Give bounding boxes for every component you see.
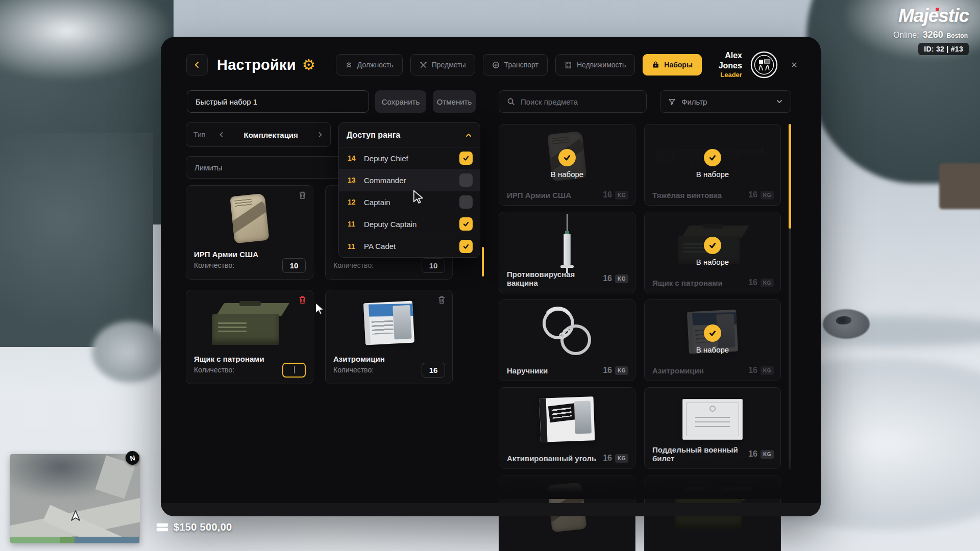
- catalog-item-card[interactable]: Активированный уголь 16KG: [499, 387, 635, 469]
- checkbox-checked[interactable]: [459, 240, 473, 253]
- item-weight: 16KG: [748, 278, 774, 287]
- back-button[interactable]: [186, 54, 208, 76]
- left-scrollbar-thumb[interactable]: [482, 247, 484, 277]
- check-circle-icon: [704, 149, 721, 166]
- user-name: Alex Jones: [702, 51, 742, 71]
- chevron-down-icon: [776, 98, 783, 105]
- briefcase-lock-icon: [652, 61, 659, 69]
- rank-option[interactable]: 11 Deputy Captain: [339, 213, 480, 235]
- player-arrow-icon: [69, 509, 82, 522]
- catalog-item-card[interactable]: Противовирусная вакцина 16KG: [499, 212, 635, 293]
- rank-icon: [345, 61, 353, 69]
- rank-option[interactable]: 11 PA Cadet: [339, 235, 480, 257]
- tab-estate[interactable]: Недвижимость: [555, 54, 635, 76]
- type-value: Комплектация: [225, 131, 317, 139]
- user-role: Leader: [702, 71, 742, 79]
- kit-item-card: Ящик с патронами Количество:: [186, 290, 313, 384]
- player-id-badge: ID: 32 | #13: [918, 43, 969, 55]
- kit-type-selector: Тип Комплектация: [186, 122, 331, 147]
- checkbox-checked[interactable]: [459, 152, 473, 165]
- in-set-badge: В наборе: [645, 237, 780, 266]
- close-button[interactable]: ✕: [787, 57, 801, 72]
- rank-option[interactable]: 14 Deputy Chief: [339, 147, 480, 169]
- money-display: $150 500,00: [156, 521, 232, 533]
- charcoal-box-graphic: [540, 396, 595, 442]
- syringe-graphic: [559, 214, 575, 274]
- chevron-right-icon: [317, 132, 323, 138]
- chevron-left-icon: [193, 61, 201, 68]
- kit-item-card: Азитромицин Количество: 16: [325, 290, 453, 384]
- rank-access-dropdown: Доступ ранга 14 Deputy Chief 13 Commande…: [338, 122, 480, 258]
- catalog-item-card[interactable]: В наборе Тяжёлая винтовка 16KG: [644, 124, 781, 206]
- in-set-badge: В наборе: [645, 149, 780, 179]
- handcuffs-graphic: [529, 303, 605, 360]
- in-set-badge: В наборе: [645, 324, 780, 354]
- tab-bar: Должность Предметы Транспорт Недвижимост…: [336, 54, 702, 76]
- item-image: [186, 191, 313, 246]
- checkbox-unchecked[interactable]: [459, 173, 473, 187]
- online-counter: Online:3260Boston: [893, 30, 968, 40]
- tab-rank[interactable]: Должность: [336, 54, 403, 76]
- rank-option[interactable]: 12 Captain: [339, 191, 480, 213]
- item-weight: 16KG: [603, 274, 628, 283]
- catalog-item-card[interactable]: Поддельный военный билет 16KG: [644, 387, 781, 469]
- catalog-item-card[interactable]: В наборе Азитромицин 16KG: [644, 299, 781, 381]
- cancel-button[interactable]: Отменить: [433, 90, 476, 113]
- status-bars: [10, 537, 139, 543]
- tab-kits[interactable]: Наборы: [643, 54, 702, 76]
- tab-transport[interactable]: Транспорт: [483, 54, 548, 76]
- type-label: Тип: [193, 131, 205, 139]
- item-weight: 16KG: [603, 366, 628, 375]
- item-search: [499, 90, 647, 113]
- kit-name-field-wrap: [187, 90, 369, 113]
- filter-dropdown[interactable]: Фильтр: [660, 90, 791, 113]
- armor-bar: [75, 537, 139, 543]
- checkbox-checked[interactable]: [459, 217, 473, 231]
- quantity-input[interactable]: 16: [422, 363, 445, 378]
- catalog-item-card[interactable]: В наборе Ящик с патронами 16KG: [644, 212, 781, 293]
- search-icon: [507, 97, 515, 106]
- mouse-cursor: [313, 302, 326, 315]
- quantity-input[interactable]: 10: [282, 258, 306, 273]
- in-set-badge: В наборе: [499, 149, 635, 179]
- tab-items[interactable]: Предметы: [410, 54, 475, 76]
- item-image: [645, 391, 780, 448]
- panel-footer: [161, 503, 821, 516]
- check-circle-icon: [704, 237, 721, 254]
- checkbox-unchecked[interactable]: [459, 195, 473, 209]
- check-circle-icon: [704, 324, 721, 342]
- building-icon: [565, 61, 572, 69]
- quantity-input-focused[interactable]: [282, 363, 306, 378]
- mre-pack-graphic: [230, 193, 269, 244]
- kit-name-input[interactable]: [187, 90, 369, 113]
- item-weight: 16KG: [748, 449, 774, 459]
- item-weight: 16KG: [748, 190, 774, 199]
- search-input[interactable]: [521, 97, 639, 106]
- rank-option[interactable]: 13 Commander: [339, 169, 480, 191]
- chevron-left-icon: [218, 132, 225, 138]
- logo-red-dot: [936, 8, 939, 11]
- item-image: [499, 391, 635, 448]
- majestic-logo: Majestic: [898, 5, 969, 27]
- item-image: [499, 303, 635, 360]
- funnel-icon: [668, 98, 676, 106]
- avatar: [750, 51, 778, 79]
- type-next-button[interactable]: [317, 132, 323, 138]
- game-screen: Majestic Online:3260Boston ID: 32 | #13 …: [0, 0, 980, 551]
- chevron-up-icon: [465, 132, 472, 139]
- type-prev-button[interactable]: [218, 132, 225, 138]
- rank-dropdown-header[interactable]: Доступ ранга: [339, 123, 480, 147]
- catalog-scrollbar-thumb[interactable]: [789, 124, 791, 229]
- quantity-input[interactable]: 10: [422, 258, 445, 273]
- item-image: [186, 295, 313, 350]
- certificate-graphic: [682, 399, 743, 440]
- catalog-item-card[interactable]: Наручники 16KG: [499, 299, 635, 381]
- save-button[interactable]: Сохранить: [375, 90, 426, 113]
- ammo-box-graphic: [212, 301, 287, 345]
- item-image: [326, 295, 452, 350]
- faction-seal-icon: [750, 51, 778, 79]
- minimap: [10, 454, 140, 543]
- item-image: [499, 215, 635, 272]
- steering-wheel-icon: [492, 61, 500, 69]
- catalog-item-card[interactable]: В наборе ИРП Армии США 16KG: [499, 124, 635, 206]
